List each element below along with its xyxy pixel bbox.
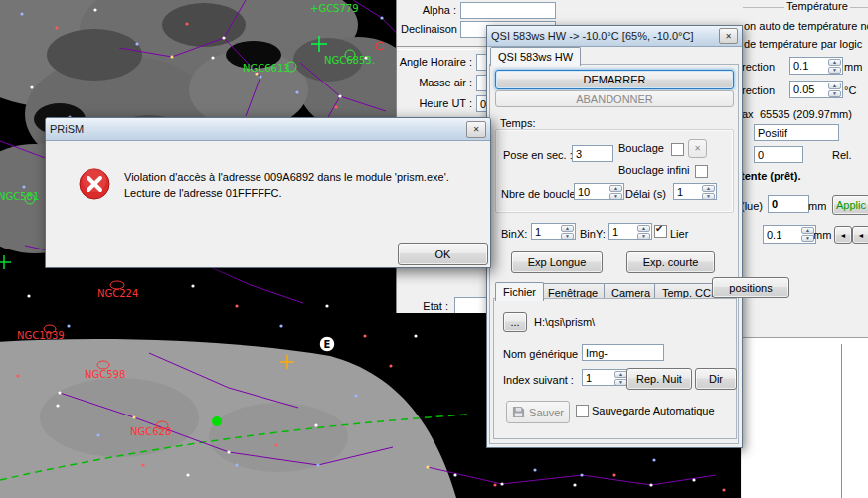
nbre-boucles-spinner[interactable]: 10 ▲ ▼ bbox=[574, 183, 624, 200]
demarrer-button[interactable]: DEMARRER bbox=[495, 70, 734, 89]
star bbox=[58, 391, 61, 394]
star bbox=[255, 72, 258, 75]
spin-up-icon[interactable]: ▲ bbox=[828, 59, 841, 66]
alpha-field[interactable] bbox=[460, 2, 556, 19]
qsi-main-tab[interactable]: QSI 583ws HW bbox=[490, 47, 581, 66]
positif-field[interactable]: Positif bbox=[754, 124, 839, 141]
star bbox=[533, 468, 536, 471]
biny-spinner[interactable]: 1 ▲ ▼ bbox=[608, 223, 652, 240]
rep-nuit-button[interactable]: Rep. Nuit bbox=[626, 368, 692, 390]
correction-field-1[interactable]: 0.1 ▲ ▼ bbox=[789, 57, 843, 75]
bouclage-checkbox[interactable] bbox=[671, 143, 684, 156]
error-dialog-title: PRiSM bbox=[50, 123, 84, 135]
spin-up-icon[interactable]: ▲ bbox=[561, 225, 574, 232]
qsi-titlebar[interactable]: QSI 583ws HW -> -10.0°C [65%, -10.0°C] ✕ bbox=[487, 26, 742, 47]
binx-spinner[interactable]: 1 ▲ ▼ bbox=[531, 223, 576, 240]
star bbox=[27, 294, 30, 297]
tab-fichier[interactable]: Fichier bbox=[495, 282, 544, 301]
positions-button[interactable]: positions bbox=[712, 277, 789, 298]
star bbox=[580, 473, 583, 476]
abandonner-button[interactable]: ABANDONNER bbox=[495, 90, 734, 107]
binx-value: 1 bbox=[535, 226, 541, 238]
ok-button[interactable]: OK bbox=[398, 243, 488, 265]
star bbox=[132, 415, 135, 418]
lue-label: (lue) bbox=[741, 200, 763, 213]
delai-spinner[interactable]: 1 ▲ ▼ bbox=[673, 183, 717, 200]
star bbox=[22, 185, 25, 188]
max-label: ax bbox=[742, 108, 754, 121]
bouclage-infini-checkbox[interactable] bbox=[695, 165, 708, 178]
star bbox=[259, 75, 261, 78]
nbre-boucles-label: Nbre de boucles bbox=[501, 188, 581, 201]
error-dialog-titlebar[interactable]: PRiSM ✕ bbox=[46, 118, 490, 141]
cardinal-point-label: E bbox=[324, 339, 331, 350]
nbre-boucles-value: 10 bbox=[578, 186, 590, 198]
star bbox=[363, 334, 366, 337]
dir-button[interactable]: Dir bbox=[695, 368, 737, 390]
delai-value: 1 bbox=[677, 186, 683, 198]
browse-button[interactable]: ... bbox=[503, 312, 527, 332]
spin-down-icon[interactable]: ▼ bbox=[828, 90, 841, 97]
spin-up-icon[interactable]: ▲ bbox=[637, 225, 650, 232]
bottom-white-area bbox=[742, 337, 868, 498]
star bbox=[93, 8, 96, 11]
nom-generique-field[interactable]: Img- bbox=[582, 344, 664, 361]
star bbox=[96, 433, 99, 436]
qsi-window-title: QSI 583ws HW -> -10.0°C [65%, -10.0°C] bbox=[491, 30, 694, 42]
nom-generique-label: Nom générique : bbox=[503, 348, 584, 361]
correction-field-2[interactable]: 0.05 ▲ ▼ bbox=[789, 81, 843, 98]
star bbox=[652, 458, 655, 461]
arrow-button-2[interactable]: ◄ bbox=[852, 226, 868, 244]
exp-courte-button[interactable]: Exp. courte bbox=[626, 251, 715, 273]
sauvegarde-auto-checkbox[interactable] bbox=[576, 405, 589, 417]
star bbox=[191, 284, 194, 287]
star bbox=[295, 90, 298, 93]
star bbox=[414, 334, 417, 337]
star bbox=[274, 443, 277, 446]
spin-down-icon[interactable]: ▼ bbox=[561, 233, 574, 240]
star bbox=[211, 56, 214, 59]
stop-loop-button[interactable]: ✕ bbox=[688, 139, 707, 158]
star bbox=[493, 483, 496, 486]
arrow-left-icon: ◄ bbox=[840, 232, 847, 239]
sauver-button[interactable]: Sauver bbox=[506, 401, 570, 423]
star bbox=[364, 56, 367, 59]
lue-field[interactable]: 0 bbox=[768, 195, 809, 213]
arrow-left-icon: ◄ bbox=[858, 232, 865, 239]
check-icon: ✔ bbox=[655, 223, 663, 234]
star bbox=[30, 85, 33, 88]
spin-up-icon[interactable]: ▲ bbox=[828, 83, 841, 89]
rel-field[interactable]: 0 bbox=[754, 146, 803, 163]
star bbox=[325, 304, 328, 307]
lier-checkbox[interactable]: ✔ bbox=[654, 225, 667, 238]
appliquer-button[interactable]: Applic bbox=[832, 195, 868, 215]
group-title: Température bbox=[786, 0, 848, 13]
delai-label: Délai (s) bbox=[625, 188, 666, 201]
lue-unit: mm bbox=[808, 200, 826, 213]
spin-down-icon[interactable]: ▼ bbox=[828, 67, 841, 74]
temperature-panel: Température on auto de température not d… bbox=[741, 0, 868, 498]
index-suivant-value: 1 bbox=[586, 372, 592, 384]
qsi-close-button[interactable]: ✕ bbox=[719, 28, 738, 44]
spin-down-icon[interactable]: ▼ bbox=[637, 233, 650, 240]
star bbox=[380, 16, 383, 19]
step-field[interactable]: 0.1 ▲ ▼ bbox=[763, 225, 816, 244]
biny-value: 1 bbox=[612, 226, 618, 238]
planet-dot-marker bbox=[212, 416, 222, 426]
spin-down-icon[interactable]: ▼ bbox=[702, 193, 715, 200]
biny-label: BinY: bbox=[580, 228, 606, 241]
spin-up-icon[interactable]: ▲ bbox=[702, 185, 715, 192]
index-suivant-spinner[interactable]: 1 ▲ ▼ bbox=[582, 369, 629, 386]
dialog-close-button[interactable]: ✕ bbox=[466, 121, 486, 138]
correction-value-1: 0.1 bbox=[793, 60, 808, 72]
index-suivant-label: Index suivant : bbox=[503, 374, 574, 387]
pose-field[interactable]: 3 bbox=[572, 145, 613, 162]
spin-down-icon[interactable]: ▼ bbox=[609, 193, 622, 200]
arrow-button-1[interactable]: ◄ bbox=[834, 226, 852, 244]
sauver-label: Sauver bbox=[529, 407, 564, 418]
star bbox=[338, 94, 341, 97]
spin-up-icon[interactable]: ▲ bbox=[609, 185, 622, 192]
sauvegarde-auto-label: Sauvegarde Automatique bbox=[592, 405, 715, 417]
spinner-arrows: ▲ ▼ bbox=[702, 185, 715, 198]
exp-longue-button[interactable]: Exp Longue bbox=[511, 251, 603, 273]
